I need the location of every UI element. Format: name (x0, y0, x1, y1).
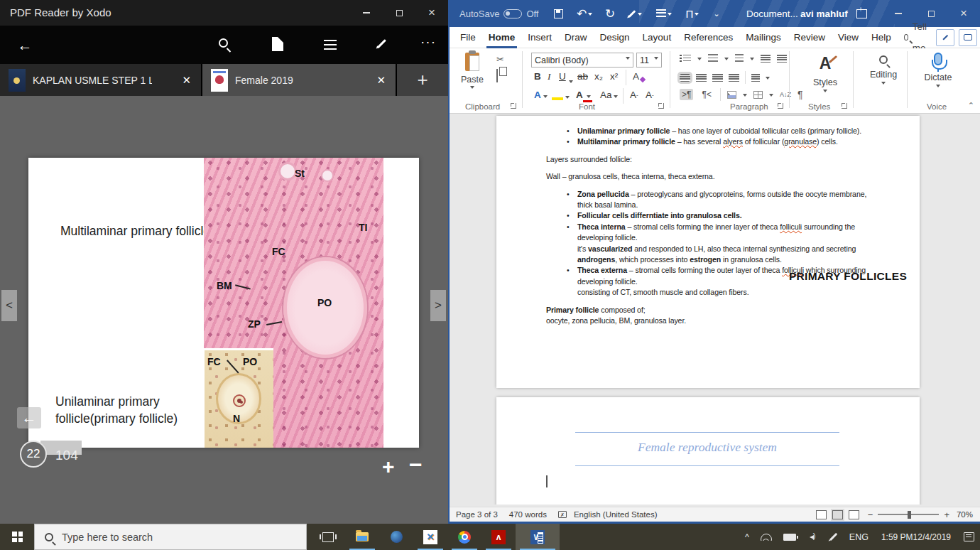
editing-button[interactable]: Editing (863, 55, 904, 87)
ink-pen-button[interactable] (623, 0, 647, 27)
bullets-button[interactable] (680, 54, 691, 63)
document-page-1[interactable]: Unilaminar primary follicle – has one la… (496, 116, 920, 388)
search-button[interactable] (219, 38, 228, 48)
start-button[interactable] (0, 524, 34, 550)
tab-design[interactable]: Design (594, 27, 636, 48)
decrease-indent-button[interactable] (761, 55, 771, 63)
paragraph-dialog-launcher[interactable] (778, 103, 783, 109)
shrink-font-button[interactable]: Aˇ (646, 90, 654, 100)
bold-button[interactable]: B (534, 71, 541, 82)
pdf-minimize-button[interactable] (350, 0, 383, 26)
tray-expand-button[interactable]: ^ (739, 524, 755, 550)
strikethrough-button[interactable]: ab (577, 71, 588, 82)
web-layout-button[interactable] (849, 510, 859, 519)
tab-close-icon[interactable]: ✕ (182, 74, 191, 87)
new-tab-button[interactable]: + (397, 64, 448, 96)
copy-button[interactable] (496, 70, 498, 82)
pen-settings-button[interactable] (823, 524, 844, 550)
pdf-close-button[interactable]: × (415, 0, 448, 26)
current-page-indicator[interactable]: 22 (20, 441, 47, 468)
grow-font-button[interactable]: Aˆ (630, 90, 638, 100)
zoom-slider-thumb[interactable] (908, 511, 911, 519)
file-explorer-button[interactable] (345, 524, 379, 550)
numbering-button[interactable] (708, 54, 718, 63)
pdf-maximize-button[interactable] (383, 0, 415, 26)
zoom-out-button[interactable]: − (409, 452, 423, 478)
zoom-in-button[interactable]: + (944, 509, 949, 520)
tab-mailings[interactable]: Mailings (739, 27, 788, 48)
clipboard-dialog-launcher[interactable] (511, 103, 516, 109)
chevron-down-icon[interactable] (697, 58, 702, 63)
borders-button[interactable] (753, 91, 763, 99)
increase-indent-button[interactable] (777, 55, 787, 63)
network-button[interactable] (755, 524, 778, 550)
share-shortcut-button[interactable] (936, 29, 954, 46)
shading-button[interactable] (727, 91, 736, 99)
tab-file[interactable]: File (454, 27, 482, 48)
word-count[interactable]: 470 words (509, 510, 547, 519)
word-close-button[interactable]: × (947, 0, 980, 27)
qat-overflow-button[interactable]: ⌄ (708, 0, 725, 27)
zoom-out-button[interactable]: − (868, 509, 873, 520)
line-spacing-button[interactable] (751, 74, 760, 82)
word-minimize-button[interactable] (882, 0, 915, 27)
align-left-button[interactable] (680, 74, 690, 82)
align-center-button[interactable] (696, 74, 707, 82)
proofing-icon[interactable]: ✗ (558, 511, 567, 518)
acrobat-app-button[interactable]: ʌ (481, 524, 516, 550)
save-button[interactable] (548, 0, 569, 27)
task-view-button[interactable] (311, 524, 345, 550)
document-page-2[interactable]: Female reproductive system (496, 397, 920, 505)
undo-button[interactable]: ↶ (572, 0, 597, 27)
collapse-ribbon-button[interactable]: ⌃ (968, 101, 974, 110)
more-options-button[interactable]: ··· (420, 34, 436, 50)
font-color-button[interactable]: A (576, 90, 591, 100)
language-indicator[interactable]: ENG (844, 524, 874, 550)
superscript-button[interactable]: x² (610, 71, 618, 82)
next-page-button[interactable]: > (430, 290, 446, 321)
font-size-select[interactable]: 11 (636, 53, 662, 68)
outline-button[interactable] (324, 40, 337, 50)
language-status[interactable]: English (United States) (574, 510, 658, 519)
zoom-slider[interactable] (878, 514, 939, 515)
battery-button[interactable] (778, 524, 802, 550)
share-button[interactable] (851, 0, 872, 27)
font-dialog-launcher[interactable] (658, 103, 664, 109)
tab-view[interactable]: View (832, 27, 865, 48)
word-app-button[interactable]: W (516, 524, 560, 550)
tab-close-icon[interactable]: ✕ (376, 74, 386, 87)
taskbar-search-box[interactable]: Type here to search (34, 524, 307, 550)
autosave-toggle[interactable]: AutoSave Off (459, 0, 538, 27)
volume-button[interactable] (802, 524, 823, 550)
clear-formatting-button[interactable]: A (633, 71, 645, 82)
change-case-button[interactable]: Aa (600, 90, 618, 100)
chrome-app-button[interactable] (447, 524, 481, 550)
tell-me-search[interactable]: Tell me (898, 27, 936, 48)
text-effects-button[interactable]: A (534, 90, 548, 100)
xodo-app-button[interactable]: ✕ (413, 524, 447, 550)
chevron-down-icon[interactable] (769, 94, 773, 99)
italic-button[interactable]: I (548, 71, 551, 82)
subscript-button[interactable]: x₂ (594, 71, 603, 82)
read-mode-button[interactable] (816, 510, 827, 519)
print-layout-button[interactable] (832, 510, 843, 519)
dictate-button[interactable]: Dictate (915, 53, 961, 90)
underline-options[interactable] (569, 80, 573, 85)
rtl-paragraph-button[interactable]: >¶ (680, 89, 693, 100)
account-user-name[interactable]: avi mahluf (800, 0, 848, 27)
underline-button[interactable]: U (559, 71, 566, 82)
tab-insert[interactable]: Insert (521, 27, 558, 48)
styles-button[interactable]: A Styles (800, 54, 850, 95)
align-right-button[interactable] (712, 74, 723, 82)
pdf-back-nav-button[interactable]: ← (17, 407, 41, 428)
cut-button[interactable]: ✂ (496, 54, 504, 65)
paste-button[interactable]: Paste (461, 53, 484, 91)
multilevel-list-button[interactable] (735, 54, 744, 63)
tab-references[interactable]: References (677, 27, 739, 48)
chevron-down-icon[interactable] (724, 58, 729, 63)
page-view-button[interactable] (272, 37, 283, 51)
zoom-in-button[interactable]: + (382, 455, 395, 479)
document-body[interactable]: Unilaminar primary follicle – has one la… (496, 116, 883, 327)
ltr-paragraph-button[interactable]: ¶< (699, 89, 713, 100)
equation-button[interactable]: Π (680, 0, 705, 27)
